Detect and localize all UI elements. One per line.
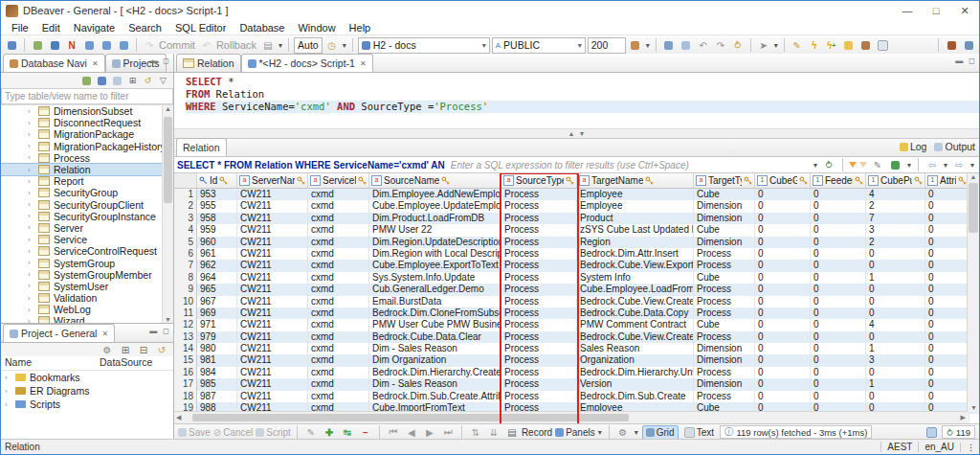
table-row[interactable]: 13979CW211cxmdBedrock.Cube.Data.ClearPro…: [174, 331, 979, 343]
edit-cell-icon[interactable]: ✎: [303, 425, 319, 440]
cell-id[interactable]: 958: [197, 213, 237, 224]
execute-statement-icon[interactable]: ϟ: [807, 38, 822, 53]
save-button[interactable]: Save: [178, 427, 211, 438]
cell-servicename[interactable]: cxmd: [308, 237, 369, 248]
cell-id[interactable]: 955: [197, 200, 237, 212]
cell-targettype[interactable]: Process: [694, 284, 755, 295]
cell-targettype[interactable]: Dimension: [694, 378, 755, 390]
cell-cubeputs[interactable]: 0: [866, 331, 925, 343]
log-button[interactable]: Log: [900, 141, 927, 152]
tree-item-wizard[interactable]: ›Wizard: [1, 315, 173, 323]
cell-feeders[interactable]: 0: [811, 367, 866, 378]
cell-sourcename[interactable]: Email.BurstData: [369, 296, 501, 307]
cell-targetname[interactable]: Version: [577, 378, 694, 390]
cell-attributege[interactable]: 0: [925, 248, 969, 260]
cell-sourcetype[interactable]: Process: [501, 200, 577, 212]
expander-icon[interactable]: ›: [28, 107, 34, 116]
row-number-cell[interactable]: 7: [174, 260, 197, 271]
tree-item-migrationpackagehistory[interactable]: ›MigrationPackageHistory: [1, 141, 173, 152]
project-col-name[interactable]: Name: [1, 356, 96, 370]
cell-sourcetype[interactable]: Process: [501, 354, 577, 366]
view-menu-icon[interactable]: ▽: [157, 75, 169, 86]
cell-servicename[interactable]: cxmd: [308, 200, 369, 212]
cell-attributege[interactable]: 0: [925, 378, 969, 390]
script-button[interactable]: Script: [256, 427, 291, 438]
tab-database-navigator[interactable]: Database Navi ✕: [3, 54, 105, 72]
cell-feeders[interactable]: 0: [811, 319, 866, 330]
cell-id[interactable]: 971: [197, 319, 237, 330]
menu-search[interactable]: Search: [122, 22, 168, 34]
table-row[interactable]: 4959CW211cxmdPMW User 22ProcesszSYS Cube…: [174, 224, 979, 236]
tree-item-service[interactable]: ›Service: [1, 234, 173, 245]
tree-item-securitygroupclient[interactable]: ›SecurityGroupClient: [1, 199, 173, 211]
delete-row-icon[interactable]: −: [358, 425, 373, 440]
cell-cubeputs[interactable]: 2: [866, 237, 925, 248]
cell-cubeputs[interactable]: 3: [866, 224, 925, 236]
cell-attributege[interactable]: 0: [925, 237, 969, 248]
cell-cubegets[interactable]: 0: [755, 319, 811, 330]
commit-button[interactable]: ↷Commit: [142, 38, 197, 53]
cell-servername[interactable]: CW211: [237, 367, 308, 378]
row-count-input[interactable]: ⥁119: [942, 425, 975, 439]
row-number-header[interactable]: [174, 173, 197, 188]
collapse-all-icon[interactable]: ⊞: [126, 75, 139, 86]
cell-attributege[interactable]: 0: [925, 391, 969, 402]
connect-icon[interactable]: [80, 75, 93, 86]
execute-new-tab-icon[interactable]: ϟ+: [824, 38, 839, 53]
expander-icon[interactable]: ›: [5, 400, 11, 409]
tab-project-general[interactable]: Project - General ✕: [3, 324, 115, 342]
cell-servername[interactable]: CW211: [237, 200, 308, 212]
perspective-other-icon[interactable]: [961, 38, 976, 53]
output-button[interactable]: Output: [934, 141, 975, 152]
expander-icon[interactable]: ›: [28, 247, 34, 256]
new-connection-icon[interactable]: [4, 38, 19, 53]
cell-targetname[interactable]: Cube.Employee.LoadFromFile: [577, 284, 694, 295]
cell-sourcename[interactable]: Cube.Employee.UpdateEmployee: [369, 200, 501, 212]
sql-line-1[interactable]: SELECT *: [186, 76, 979, 88]
splitter-down-icon[interactable]: ▼: [579, 130, 586, 137]
project-item-scripts[interactable]: ›Scripts: [1, 398, 173, 411]
tree-item-disconnectrequest[interactable]: ›DisconnectRequest: [1, 117, 173, 128]
editor-results-splitter[interactable]: ▲ ▼: [174, 128, 979, 139]
tree-item-systemgroup[interactable]: ›SystemGroup: [1, 257, 173, 268]
row-number-cell[interactable]: 15: [174, 354, 197, 366]
cell-sourcetype[interactable]: Process: [501, 224, 577, 236]
table-row[interactable]: 1953CW211cxmdDim.Employee.AddNewEmployee…: [174, 189, 979, 200]
cell-cubeputs[interactable]: 3: [866, 354, 925, 366]
cell-id[interactable]: 981: [197, 354, 237, 366]
refresh-results-icon[interactable]: ⥁: [821, 158, 836, 172]
row-number-cell[interactable]: 8: [174, 272, 197, 284]
expander-icon[interactable]: ›: [28, 200, 34, 209]
cell-cubeputs[interactable]: 0: [866, 367, 925, 378]
script-tab-close-icon[interactable]: ✕: [360, 59, 367, 68]
cell-sourcename[interactable]: Dim.Product.LoadFromDB: [369, 213, 501, 224]
table-row[interactable]: 17985CW211cxmdDim - Sales ReasonProcessV…: [174, 378, 979, 390]
cell-targettype[interactable]: Process: [694, 331, 755, 343]
cell-cubegets[interactable]: 0: [755, 260, 811, 271]
table-row[interactable]: 12971CW211cxmdPMW User Cube PMW Business…: [174, 319, 979, 330]
cell-id[interactable]: 953: [197, 189, 237, 200]
grid-view-toggle[interactable]: Grid: [642, 425, 679, 440]
tree-item-weblog[interactable]: ›WebLog: [1, 304, 173, 315]
cell-attributege[interactable]: 0: [925, 213, 969, 224]
explain-plan-icon[interactable]: [858, 38, 874, 53]
cell-targetname[interactable]: System Info: [577, 272, 694, 284]
cell-targettype[interactable]: Process: [694, 260, 755, 271]
tree-item-process[interactable]: ›Process: [1, 152, 173, 164]
tree-item-dimensionsubset[interactable]: ›DimensionSubset: [1, 105, 173, 117]
cell-sourcename[interactable]: Cub.GeneralLedger.Demo: [369, 284, 501, 295]
row-number-cell[interactable]: 14: [174, 343, 197, 354]
cell-id[interactable]: 967: [197, 296, 237, 307]
cell-sourcetype[interactable]: Process: [501, 378, 577, 390]
cell-servername[interactable]: CW211: [237, 248, 308, 260]
cell-attributege[interactable]: 0: [925, 272, 969, 284]
cell-cubegets[interactable]: 0: [755, 224, 811, 236]
cell-sourcename[interactable]: Bedrock.Dim.CloneFromSubset: [369, 307, 501, 319]
row-number-cell[interactable]: 10: [174, 296, 197, 307]
cell-servicename[interactable]: cxmd: [308, 367, 369, 378]
panel-minmax-icons[interactable]: ▬ ◻: [149, 57, 171, 65]
cell-targettype[interactable]: Cube: [694, 319, 755, 330]
menu-edit[interactable]: Edit: [35, 22, 67, 34]
cell-sourcetype[interactable]: Process: [501, 391, 577, 402]
cell-targetname[interactable]: Bedrock.Cube.View.Create: [577, 296, 694, 307]
